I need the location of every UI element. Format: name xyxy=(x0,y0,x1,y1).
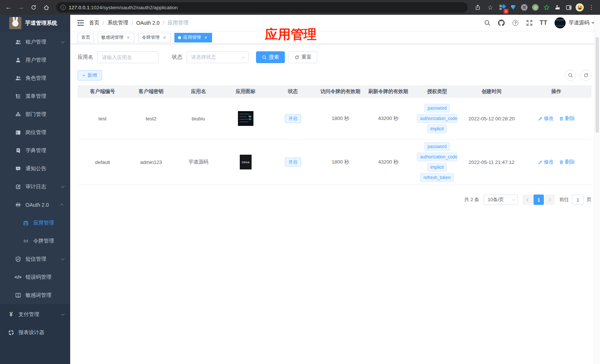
user-menu[interactable]: 芋道源码 xyxy=(555,17,594,28)
goto-page-input[interactable] xyxy=(572,195,584,205)
chevron-down-icon xyxy=(61,257,65,260)
users-icon xyxy=(15,39,21,45)
delete-button[interactable]: 删除 xyxy=(559,159,575,165)
report-icon xyxy=(8,330,14,336)
extension-gem-icon[interactable] xyxy=(508,3,518,12)
sidebar-item-role[interactable]: 角色管理 xyxy=(0,69,70,87)
chrome-menu-icon[interactable]: ⋮ xyxy=(586,2,597,13)
chevron-up-icon xyxy=(60,203,64,207)
sidebar-item-menu[interactable]: 菜单管理 xyxy=(0,87,70,105)
browser-toolbar: ← → i 127.0.0.1:1024/system/oauth2/oauth… xyxy=(0,0,600,15)
sidebar-item-pay[interactable]: ¥支付管理 xyxy=(0,305,70,323)
fullscreen-icon[interactable] xyxy=(524,18,535,28)
tag-token[interactable]: 令牌管理× xyxy=(138,33,171,42)
forward-button[interactable]: → xyxy=(16,2,27,13)
back-button[interactable]: ← xyxy=(3,2,14,13)
collapse-sidebar-icon[interactable] xyxy=(76,19,85,27)
page-size-select[interactable]: 10条/页 xyxy=(484,195,518,205)
tag-application-active[interactable]: 应用管理× xyxy=(174,33,212,42)
sidebar-item-oauth-token[interactable]: 令牌管理 xyxy=(0,232,70,250)
shield-icon xyxy=(15,256,21,262)
app-title: 芋道管理系统 xyxy=(25,20,57,27)
sidebar-item-post[interactable]: 岗位管理 xyxy=(0,123,70,141)
sidebar-item-oauth-app[interactable]: 应用管理 xyxy=(0,214,70,232)
sidebar-item-sms[interactable]: 短信管理 xyxy=(0,250,70,268)
breadcrumb-home[interactable]: 首页 xyxy=(89,20,99,26)
address-bar[interactable]: i 127.0.0.1:1024/system/oauth2/oauth2/ap… xyxy=(56,2,468,13)
sidebar-item-dict[interactable]: 字典管理 xyxy=(0,141,70,159)
url-text: 127.0.0.1:1024/system/oauth2/oauth2/appl… xyxy=(69,5,178,10)
side-panel-icon[interactable] xyxy=(564,3,573,12)
tag-sensitive-word[interactable]: 敏感词管理× xyxy=(98,33,134,42)
add-button[interactable]: +新增 xyxy=(78,70,102,80)
close-icon[interactable]: × xyxy=(162,35,167,40)
profile-avatar[interactable] xyxy=(575,3,584,12)
sidebar-item-report-designer[interactable]: 报表设计器 xyxy=(0,323,70,341)
grant-type-tag: password xyxy=(424,142,450,151)
extensions-puzzle-icon[interactable] xyxy=(553,3,562,12)
trash-icon xyxy=(559,116,564,121)
chevron-down-icon xyxy=(512,198,515,200)
github-icon[interactable] xyxy=(496,18,507,28)
sidebar-item-error-code[interactable]: </>错误码管理 xyxy=(0,268,70,286)
font-size-icon[interactable]: TT xyxy=(538,18,549,28)
extension-star-icon[interactable] xyxy=(542,3,551,12)
sidebar-item-tenant[interactable]: 租户管理 xyxy=(0,33,70,51)
close-icon[interactable]: × xyxy=(126,35,131,40)
bookmark-star-icon[interactable]: ☆ xyxy=(485,2,496,13)
edit-button[interactable]: 修改 xyxy=(538,115,554,122)
logo-rabbit-image xyxy=(9,17,21,29)
reload-button[interactable] xyxy=(28,2,39,13)
page-number-current[interactable]: 1 xyxy=(533,195,544,205)
extension-command-icon[interactable]: ⌘ xyxy=(519,3,529,12)
next-page-button[interactable] xyxy=(545,195,555,205)
prev-page-button[interactable] xyxy=(522,195,533,205)
users-icon xyxy=(15,75,21,81)
sidebar-item-audit-log[interactable]: 审计日志 xyxy=(0,178,70,196)
sidebar-item-dept[interactable]: 部门管理 xyxy=(0,105,70,123)
search-button[interactable]: 搜索 xyxy=(256,51,285,63)
app-name-input[interactable] xyxy=(98,51,158,63)
plus-icon: + xyxy=(82,73,85,78)
grant-type-tag: refresh_token xyxy=(420,173,454,182)
breadcrumb-oauth[interactable]: OAuth 2.0 xyxy=(136,20,160,26)
edit-button[interactable]: 修改 xyxy=(538,159,554,165)
sidebar-item-sensitive-word[interactable]: 敏感词管理 xyxy=(0,286,70,304)
home-button[interactable] xyxy=(41,2,52,13)
status-select[interactable]: 请选择状态 xyxy=(187,51,249,63)
scrollbar-thumb[interactable] xyxy=(596,37,599,133)
app-logo[interactable]: 芋道管理系统 xyxy=(0,15,70,31)
search-icon xyxy=(262,55,267,60)
org-tree-icon xyxy=(15,111,21,117)
status-badge: 开启 xyxy=(285,114,301,123)
extension-record-icon[interactable] xyxy=(531,3,540,12)
pen-icon xyxy=(538,160,543,165)
sidebar-item-notice[interactable]: 通知公告 xyxy=(0,159,70,178)
menu-tree-icon xyxy=(15,93,21,99)
dictionary-icon xyxy=(15,148,21,154)
browser-window: ← → i 127.0.0.1:1024/system/oauth2/oauth… xyxy=(0,0,600,364)
log-pen-icon xyxy=(15,184,21,190)
share-icon[interactable] xyxy=(472,2,483,13)
breadcrumb-system[interactable]: 系统管理 xyxy=(108,20,128,26)
extension-grid-icon[interactable]: 9 xyxy=(497,3,507,12)
app-icon-thumbnail xyxy=(238,111,253,126)
search-icon[interactable] xyxy=(482,18,492,28)
reset-button[interactable]: 重置 xyxy=(289,51,317,63)
sidebar-menu-bottom: ¥支付管理 报表设计器 xyxy=(0,304,70,364)
comment-icon xyxy=(15,166,21,172)
applications-table: 客户端编号 客户端密钥 应用名 应用图标 状态 访问令牌的有效期 刷新令牌的有效… xyxy=(78,85,592,185)
show-search-toggle-button[interactable] xyxy=(565,70,576,81)
site-info-icon[interactable]: i xyxy=(61,5,66,10)
sidebar-item-oauth[interactable]: OAuth 2.0 xyxy=(0,196,70,214)
tags-view-bar: 首页 敏感词管理× 令牌管理× 应用管理× xyxy=(70,31,600,44)
total-count: 共 2 条 xyxy=(464,196,479,203)
tag-home[interactable]: 首页 xyxy=(78,33,94,42)
help-icon[interactable]: ? xyxy=(510,18,521,28)
sidebar-item-user[interactable]: 用户管理 xyxy=(0,51,70,69)
close-icon[interactable]: × xyxy=(203,35,208,40)
refresh-table-button[interactable] xyxy=(580,70,592,81)
scrollbar[interactable] xyxy=(594,15,600,364)
delete-button[interactable]: 删除 xyxy=(559,115,575,122)
sidebar: 芋道管理系统 租户管理 用户管理 角色管理 菜单管理 部门管理 岗位管理 字典管… xyxy=(0,15,70,364)
